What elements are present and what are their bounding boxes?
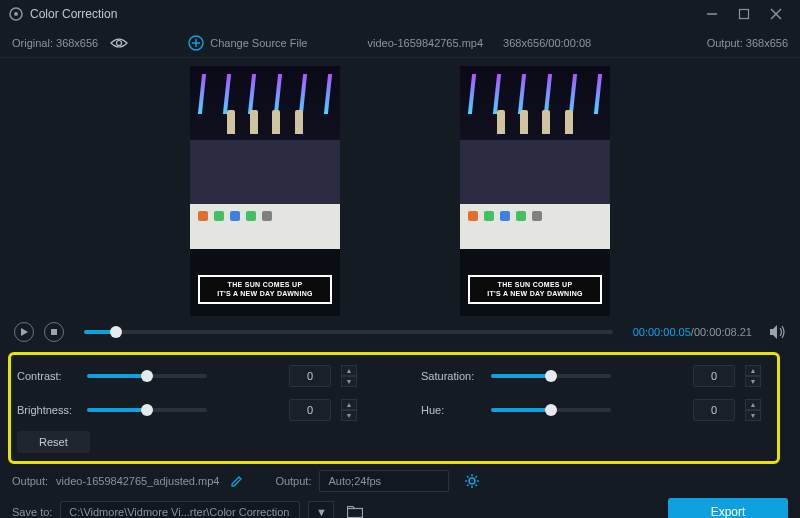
source-filename: video-1659842765.mp4 (367, 37, 483, 49)
stop-button[interactable] (44, 322, 64, 342)
current-time: 00:00:00.05 (633, 326, 691, 338)
saturation-value[interactable]: 0 (693, 365, 735, 387)
brightness-value[interactable]: 0 (289, 399, 331, 421)
svg-point-13 (469, 478, 475, 484)
hue-value[interactable]: 0 (693, 399, 735, 421)
output-file-label: Output: (12, 475, 48, 487)
svg-point-6 (117, 40, 122, 45)
caption-line-1: THE SUN COMES UP (472, 281, 598, 289)
minimize-button[interactable] (696, 3, 728, 25)
svg-marker-12 (770, 325, 777, 339)
reset-button[interactable]: Reset (17, 431, 90, 453)
caption-line-2: IT'S A NEW DAY DAWNING (202, 290, 328, 298)
contrast-slider[interactable] (87, 374, 207, 378)
window-title: Color Correction (30, 7, 117, 21)
brightness-slider[interactable] (87, 408, 207, 412)
contrast-step-up[interactable]: ▲ (341, 365, 357, 376)
seek-slider[interactable] (84, 330, 613, 334)
brightness-step-up[interactable]: ▲ (341, 399, 357, 410)
total-time: 00:00:08.21 (694, 326, 752, 338)
playback-bar: 00:00:00.05/00:00:08.21 (0, 318, 800, 346)
output-dims-label: Output: 368x656 (707, 37, 788, 49)
output-preview: THE SUN COMES UP IT'S A NEW DAY DAWNING (460, 66, 610, 316)
preview-row: THE SUN COMES UP IT'S A NEW DAY DAWNING … (0, 58, 800, 318)
app-logo-icon (8, 6, 24, 22)
svg-line-19 (476, 485, 478, 487)
volume-icon[interactable] (770, 325, 786, 339)
output-settings-icon[interactable] (465, 474, 479, 488)
caption-line-1: THE SUN COMES UP (202, 281, 328, 289)
title-bar: Color Correction (0, 0, 800, 28)
caption-box: THE SUN COMES UP IT'S A NEW DAY DAWNING (198, 275, 332, 304)
svg-rect-3 (740, 10, 749, 19)
saturation-step-down[interactable]: ▼ (745, 376, 761, 387)
svg-line-18 (467, 476, 469, 478)
contrast-step-down[interactable]: ▼ (341, 376, 357, 387)
svg-marker-10 (21, 328, 28, 336)
hue-step-down[interactable]: ▼ (745, 410, 761, 421)
close-button[interactable] (760, 3, 792, 25)
play-button[interactable] (14, 322, 34, 342)
svg-line-20 (476, 476, 478, 478)
output-format-label: Output: (275, 475, 311, 487)
original-preview: THE SUN COMES UP IT'S A NEW DAY DAWNING (190, 66, 340, 316)
output-format-value[interactable]: Auto;24fps (319, 470, 449, 492)
caption-line-2: IT'S A NEW DAY DAWNING (472, 290, 598, 298)
svg-rect-11 (51, 329, 57, 335)
hue-step-up[interactable]: ▲ (745, 399, 761, 410)
maximize-button[interactable] (728, 3, 760, 25)
change-source-label: Change Source File (210, 37, 307, 49)
change-source-button[interactable]: Change Source File (188, 35, 307, 51)
timecode: 00:00:00.05/00:00:08.21 (633, 326, 752, 338)
original-dims-label: Original: 368x656 (12, 37, 98, 49)
saturation-slider[interactable] (491, 374, 611, 378)
bottom-bar: Output: video-1659842765_adjusted.mp4 Ou… (0, 468, 800, 518)
svg-point-1 (14, 12, 18, 16)
preview-toggle-icon[interactable] (110, 37, 128, 49)
hue-label: Hue: (421, 404, 487, 416)
color-sliders-panel: Contrast: 0 ▲▼ Saturation: 0 ▲▼ Brightne… (8, 352, 780, 464)
output-file-name: video-1659842765_adjusted.mp4 (56, 475, 219, 487)
export-button[interactable]: Export (668, 498, 788, 518)
brightness-step-down[interactable]: ▼ (341, 410, 357, 421)
svg-rect-22 (348, 509, 363, 518)
contrast-value[interactable]: 0 (289, 365, 331, 387)
saveto-dropdown-icon[interactable]: ▼ (308, 501, 334, 518)
brightness-label: Brightness: (17, 404, 83, 416)
open-folder-icon[interactable] (342, 501, 368, 518)
contrast-label: Contrast: (17, 370, 83, 382)
saveto-path[interactable]: C:\Vidmore\Vidmore Vi...rter\Color Corre… (60, 501, 300, 518)
header-bar: Original: 368x656 Change Source File vid… (0, 28, 800, 58)
saveto-label: Save to: (12, 506, 52, 518)
edit-output-name-icon[interactable] (231, 475, 243, 487)
caption-box: THE SUN COMES UP IT'S A NEW DAY DAWNING (468, 275, 602, 304)
hue-slider[interactable] (491, 408, 611, 412)
saturation-label: Saturation: (421, 370, 487, 382)
source-dims-time: 368x656/00:00:08 (503, 37, 591, 49)
saturation-step-up[interactable]: ▲ (745, 365, 761, 376)
plus-icon (188, 35, 204, 51)
svg-line-21 (467, 485, 469, 487)
